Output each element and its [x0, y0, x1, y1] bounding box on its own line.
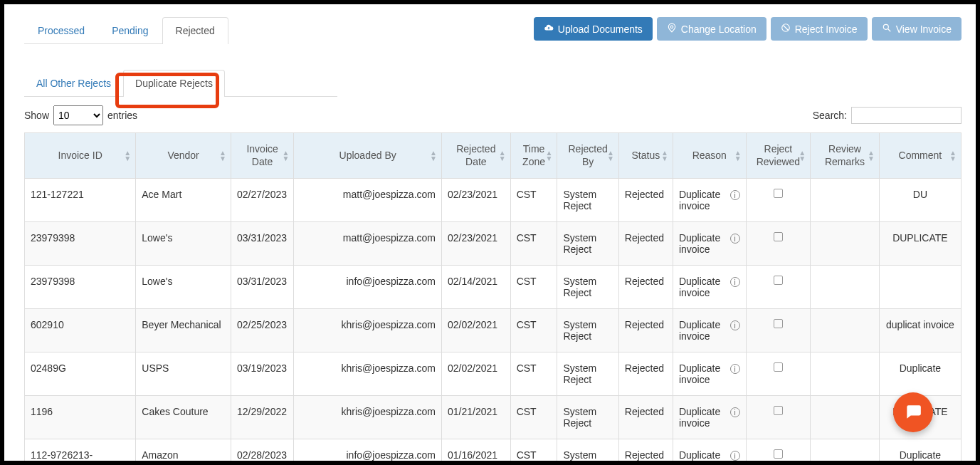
- col-invoice-date[interactable]: Invoice Date▲▼: [231, 133, 293, 179]
- sort-icon: ▲▼: [546, 150, 553, 162]
- cell-uploaded-by: khris@joespizza.com: [294, 396, 442, 439]
- cell-reject-reviewed: [746, 439, 810, 466]
- info-icon[interactable]: i: [730, 320, 740, 330]
- cell-invoice-date: 03/31/2023: [231, 222, 293, 266]
- cell-rejected-date: 02/02/2021: [442, 309, 511, 352]
- cell-uploaded-by: info@joespizza.com: [294, 266, 442, 309]
- cell-invoice-date: 02/25/2023: [231, 309, 293, 352]
- cell-reject-reviewed: [746, 396, 810, 439]
- cell-rejected-by: System Reject: [557, 179, 618, 222]
- info-icon[interactable]: i: [730, 190, 740, 200]
- cell-reason: Duplicate invoice i: [673, 352, 746, 396]
- sort-icon: ▲▼: [499, 150, 506, 162]
- cell-vendor: Lowe's: [136, 266, 231, 309]
- cell-status: Rejected: [618, 352, 673, 396]
- cell-comment: duplicat invoice: [879, 309, 961, 352]
- review-checkbox[interactable]: [774, 189, 783, 198]
- cell-uploaded-by: khris@joespizza.com: [294, 309, 442, 352]
- cell-vendor: Beyer Mechanical: [136, 309, 231, 352]
- col-review-remarks[interactable]: Review Remarks▲▼: [811, 133, 880, 179]
- cell-time-zone: CST: [510, 266, 557, 309]
- col-uploaded-by[interactable]: Uploaded By▲▼: [294, 133, 442, 179]
- table-row[interactable]: 602910Beyer Mechanical02/25/2023khris@jo…: [25, 309, 961, 352]
- cell-reject-reviewed: [746, 352, 810, 396]
- cell-vendor: Lowe's: [136, 222, 231, 266]
- col-comment[interactable]: Comment▲▼: [879, 133, 961, 179]
- info-icon[interactable]: i: [730, 277, 740, 287]
- reject-invoice-button[interactable]: Reject Invoice: [771, 17, 868, 41]
- cell-rejected-date: 02/02/2021: [442, 352, 511, 396]
- cell-vendor: Amazon: [136, 439, 231, 466]
- cell-invoice-id: 112-9726213-5536236: [25, 439, 136, 466]
- cell-invoice-id: 1196: [25, 396, 136, 439]
- cell-reason: Duplicate invoice i: [673, 439, 746, 466]
- cell-reject-reviewed: [746, 266, 810, 309]
- review-checkbox[interactable]: [774, 276, 783, 285]
- view-invoice-label: View Invoice: [896, 23, 952, 35]
- col-reason[interactable]: Reason▲▼: [673, 133, 746, 179]
- sort-icon: ▲▼: [868, 150, 875, 162]
- search-control: Search:: [813, 107, 961, 124]
- col-time-zone[interactable]: Time Zone▲▼: [510, 133, 557, 179]
- col-status[interactable]: Status▲▼: [618, 133, 673, 179]
- table-row[interactable]: 112-9726213-5536236Amazon02/28/2023info@…: [25, 439, 961, 466]
- chat-bubble-icon: [904, 402, 922, 423]
- review-checkbox[interactable]: [774, 362, 783, 372]
- search-input[interactable]: [851, 107, 961, 124]
- cell-comment: [879, 266, 961, 309]
- review-checkbox[interactable]: [774, 232, 783, 241]
- view-invoice-button[interactable]: View Invoice: [872, 17, 961, 41]
- cell-time-zone: CST: [510, 439, 557, 466]
- cell-invoice-id: 121-127221: [25, 179, 136, 222]
- tab-rejected[interactable]: Rejected: [162, 17, 228, 44]
- review-checkbox[interactable]: [774, 319, 783, 328]
- col-vendor[interactable]: Vendor▲▼: [136, 133, 231, 179]
- page-length-control: Show 10 entries: [24, 105, 137, 125]
- table-row[interactable]: 1196Cakes Couture12/29/2022khris@joespiz…: [25, 396, 961, 439]
- cell-reject-reviewed: [746, 309, 810, 352]
- cell-time-zone: CST: [510, 222, 557, 266]
- subtab-all-other-rejects[interactable]: All Other Rejects: [24, 70, 123, 96]
- table-row[interactable]: 02489GUSPS03/19/2023khris@joespizza.com0…: [25, 352, 961, 396]
- info-icon[interactable]: i: [730, 364, 740, 374]
- info-icon[interactable]: i: [730, 451, 740, 461]
- cell-time-zone: CST: [510, 352, 557, 396]
- upload-label: Upload Documents: [558, 23, 643, 35]
- table-row[interactable]: 23979398Lowe's03/31/2023matt@joespizza.c…: [25, 222, 961, 266]
- tab-pending[interactable]: Pending: [98, 17, 162, 43]
- cell-uploaded-by: info@joespizza.com: [294, 439, 442, 466]
- review-checkbox[interactable]: [774, 449, 783, 459]
- subtab-duplicate-rejects[interactable]: Duplicate Rejects: [123, 70, 225, 97]
- table-row[interactable]: 121-127221Ace Mart02/27/2023matt@joespiz…: [25, 179, 961, 222]
- info-icon[interactable]: i: [730, 234, 740, 244]
- col-rejected-date[interactable]: Rejected Date▲▼: [442, 133, 511, 179]
- cell-invoice-date: 02/28/2023: [231, 439, 293, 466]
- cell-time-zone: CST: [510, 396, 557, 439]
- table-row[interactable]: 23979398Lowe's03/31/2023info@joespizza.c…: [25, 266, 961, 309]
- sort-icon: ▲▼: [799, 150, 806, 162]
- cell-reject-reviewed: [746, 179, 810, 222]
- cell-invoice-id: 602910: [25, 309, 136, 352]
- tab-processed[interactable]: Processed: [24, 17, 98, 43]
- show-label: Show: [24, 110, 49, 121]
- cell-reason: Duplicate invoice i: [673, 266, 746, 309]
- col-reject-reviewed[interactable]: Reject Reviewed▲▼: [746, 133, 810, 179]
- cell-rejected-by: System Reject: [557, 396, 618, 439]
- col-rejected-by[interactable]: Rejected By▲▼: [557, 133, 618, 179]
- cell-invoice-date: 02/27/2023: [231, 179, 293, 222]
- change-location-button[interactable]: Change Location: [657, 17, 766, 41]
- review-checkbox[interactable]: [774, 406, 783, 415]
- cell-uploaded-by: matt@joespizza.com: [294, 222, 442, 266]
- col-invoice-id[interactable]: Invoice ID▲▼: [25, 133, 136, 179]
- main-tabs: Processed Pending Rejected: [24, 17, 228, 44]
- cell-rejected-by: System Reject: [557, 222, 618, 266]
- entries-label: entries: [107, 110, 137, 121]
- sort-icon: ▲▼: [282, 150, 289, 162]
- cell-rejected-by: System Reject: [557, 352, 618, 396]
- info-icon[interactable]: i: [730, 407, 740, 417]
- upload-documents-button[interactable]: Upload Documents: [534, 17, 653, 41]
- chat-fab[interactable]: [893, 392, 933, 432]
- cell-rejected-by: System Reject: [557, 439, 618, 466]
- page-length-select[interactable]: 10: [53, 105, 103, 125]
- sort-icon: ▲▼: [219, 150, 226, 162]
